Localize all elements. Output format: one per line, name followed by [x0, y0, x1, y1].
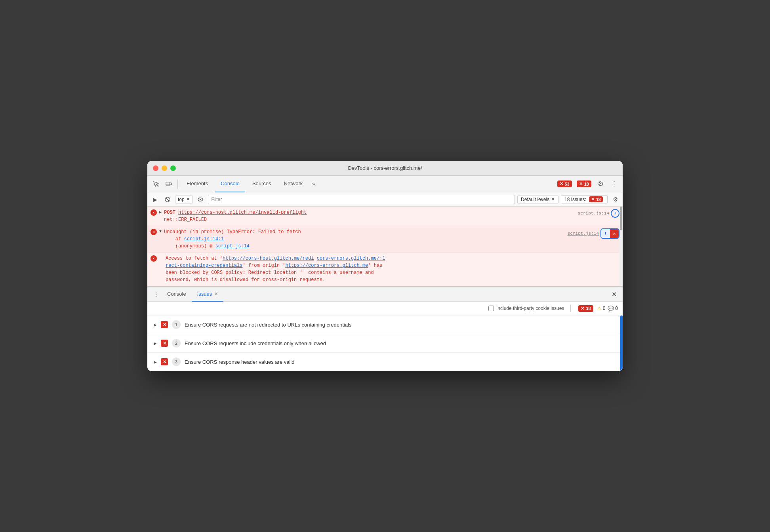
console-scrollbar-thumb[interactable]: [620, 207, 622, 230]
anchor-icon-1[interactable]: ⬇: [611, 209, 619, 218]
device-toggle-icon[interactable]: [163, 179, 174, 190]
entry-content-2: Uncaught (in promise) TypeError: Failed …: [164, 228, 565, 250]
devtools-body: Elements Console Sources Network » ✕ 53 …: [147, 176, 623, 371]
origin-link[interactable]: https://cors-errors.glitch.me: [285, 263, 368, 268]
cors-errors-link[interactable]: cors-errors.glitch.me/:1: [317, 256, 385, 261]
cors-url-link[interactable]: https://cors-host.glitch.me/redi: [223, 256, 314, 261]
info-icon: 💬: [608, 306, 614, 312]
error-icon-2: ✕: [151, 229, 157, 235]
anon-link[interactable]: script.js:14: [215, 243, 250, 249]
error-count-badge[interactable]: ✕ 53: [557, 180, 572, 187]
anchor-icon-2[interactable]: ⬇: [601, 229, 610, 238]
devtools-window: DevTools - cors-errors.glitch.me/ Elemen…: [147, 161, 623, 371]
bottom-tab-bar: ⋮ Console Issues ✕ ✕: [147, 287, 623, 302]
bottom-tab-console[interactable]: Console: [162, 287, 192, 302]
warning-badge-count: ⚠ 0: [597, 306, 606, 312]
rect-link[interactable]: rect-containing-credentials: [166, 263, 242, 268]
source-link-2[interactable]: script.js:14: [568, 231, 599, 236]
entry-content-1: POST https://cors-host.glitch.me/invalid…: [164, 209, 576, 223]
issue-item-2[interactable]: ▶ ✕ 2 Ensure CORS requests include crede…: [147, 334, 623, 353]
close-button[interactable]: [153, 165, 158, 171]
divider: [177, 179, 178, 189]
issue-num-2: 2: [172, 339, 181, 348]
expand-toggle-2[interactable]: ▼: [159, 229, 162, 234]
issue-error-icon-1: ✕: [161, 321, 168, 328]
svg-rect-1: [170, 183, 172, 185]
warning-count: 18: [584, 182, 589, 186]
checkbox-input[interactable]: [488, 306, 494, 311]
entry-source-1: script.js:14 ⬇: [578, 209, 619, 218]
svg-line-4: [166, 198, 170, 201]
issue-expand-3[interactable]: ▶: [154, 360, 157, 364]
console-entry-2: ✕ ▼ Uncaught (in promise) TypeError: Fai…: [147, 226, 623, 253]
issues-error-x: ✕: [591, 197, 595, 202]
log-levels-dropdown[interactable]: Default levels ▼: [517, 196, 558, 203]
console-entry-3: ✕ Access to fetch at 'https://cors-host.…: [147, 253, 623, 286]
window-title: DevTools - cors-errors.glitch.me/: [348, 165, 422, 171]
chevron-down-icon: ▼: [186, 197, 190, 201]
svg-point-6: [200, 199, 201, 200]
error-icon-3: ✕: [151, 255, 157, 262]
more-options-icon[interactable]: ⋮: [608, 179, 619, 190]
divider: [570, 305, 571, 312]
post-url-link[interactable]: https://cors-host.glitch.me/invalid-pref…: [178, 210, 307, 215]
settings-gear-icon[interactable]: ⚙: [595, 179, 606, 190]
source-icons-group: ⬇ ✕: [600, 228, 619, 239]
entry-source-2: script.js:14 ⬇ ✕: [568, 228, 619, 239]
include-third-party-checkbox[interactable]: Include third-party cookie issues: [488, 306, 564, 311]
console-settings-icon[interactable]: ⚙: [610, 194, 620, 205]
tab-sources[interactable]: Sources: [247, 176, 277, 192]
filter-input[interactable]: [208, 195, 515, 204]
entry-content-3: Access to fetch at 'https://cors-host.gl…: [166, 255, 619, 283]
warning-x-icon: ✕: [579, 181, 583, 186]
issues-scrollbar-thumb[interactable]: [620, 315, 623, 371]
toolbar-end: ✕ 53 ✕ 18 ⚙ ⋮: [556, 179, 620, 190]
issue-expand-2[interactable]: ▶: [154, 341, 157, 346]
issues-tab-close-icon[interactable]: ✕: [214, 291, 218, 296]
issue-error-icon-3: ✕: [161, 358, 168, 365]
issues-error-badge-count: ✕ 18: [578, 305, 593, 312]
source-link-1[interactable]: script.js:14: [578, 211, 609, 216]
issue-expand-1[interactable]: ▶: [154, 323, 157, 327]
tab-network[interactable]: Network: [278, 176, 309, 192]
issue-item-3[interactable]: ▶ ✕ 3 Ensure CORS response header values…: [147, 353, 623, 371]
badge-x-icon: ✕: [581, 306, 584, 311]
error-icon-1: ✕: [151, 209, 157, 216]
expand-toggle-1[interactable]: ▶: [159, 210, 162, 215]
issues-count-bar[interactable]: 18 Issues: ✕ 18: [561, 195, 608, 203]
bottom-tab-menu-icon[interactable]: ⋮: [151, 289, 162, 300]
remove-icon-2[interactable]: ✕: [610, 229, 619, 238]
issue-item-1[interactable]: ▶ ✕ 1 Ensure CORS requests are not redir…: [147, 315, 623, 334]
tab-elements[interactable]: Elements: [181, 176, 213, 192]
select-element-icon[interactable]: [151, 179, 162, 190]
more-tabs-button[interactable]: »: [310, 176, 317, 192]
bottom-tab-issues[interactable]: Issues ✕: [192, 287, 224, 302]
at-link[interactable]: script.js:14:1: [184, 236, 224, 242]
issues-count-badges: ✕ 18 ⚠ 0 💬 0: [577, 305, 618, 312]
maximize-button[interactable]: [170, 165, 176, 171]
window-controls: [153, 165, 176, 171]
info-badge-count: 💬 0: [608, 306, 618, 312]
block-button[interactable]: [162, 194, 173, 205]
chevron-down-icon: ▼: [551, 197, 555, 201]
tab-console[interactable]: Console: [215, 176, 245, 192]
minimize-button[interactable]: [162, 165, 167, 171]
console-toolbar: ▶ top ▼ Default levels ▼: [147, 192, 623, 207]
issue-num-3: 3: [172, 357, 181, 366]
eye-icon[interactable]: [195, 194, 206, 205]
issue-error-icon-2: ✕: [161, 340, 168, 347]
main-toolbar: Elements Console Sources Network » ✕ 53 …: [147, 176, 623, 192]
error-count: 53: [565, 182, 570, 186]
console-messages-panel: ✕ ▶ POST https://cors-host.glitch.me/inv…: [147, 207, 623, 287]
issues-header: Include third-party cookie issues ✕ 18 ⚠…: [147, 302, 623, 315]
panel-close-icon[interactable]: ✕: [608, 289, 619, 300]
warning-triangle-icon: ⚠: [597, 306, 602, 312]
console-entry-1: ✕ ▶ POST https://cors-host.glitch.me/inv…: [147, 207, 623, 226]
issues-scrollbar-track[interactable]: [620, 315, 623, 371]
titlebar: DevTools - cors-errors.glitch.me/: [147, 161, 623, 176]
warning-count-badge[interactable]: ✕ 18: [577, 180, 591, 187]
issues-error-badge: ✕ 18: [589, 196, 603, 202]
play-button[interactable]: ▶: [150, 194, 160, 205]
console-scrollbar[interactable]: [619, 207, 623, 286]
context-selector[interactable]: top ▼: [175, 196, 193, 203]
